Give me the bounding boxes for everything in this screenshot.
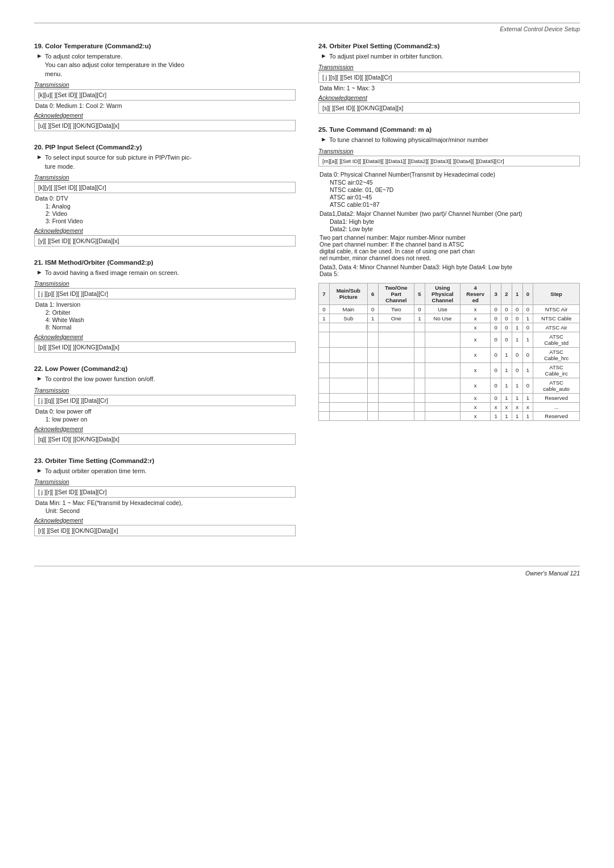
bullet-icon: ► [36, 153, 43, 171]
th-main-sub: Main/SubPicture [329, 283, 367, 304]
section-23-ack-label: Acknowledgement [34, 517, 296, 524]
section-25-bullet-text: To tune channel to following physical/ma… [329, 136, 488, 144]
section-23-title: 23. Orbiter Time Setting (Command2:r) [34, 457, 296, 464]
section-19-transmission-label: Transmission [34, 81, 296, 88]
page-footer: Owner's Manual 121 [34, 570, 580, 577]
th-7: 7 [319, 283, 330, 304]
page: External Control Device Setup 19. Color … [0, 0, 614, 868]
section-19-ack-label: Acknowledgement [34, 112, 296, 119]
th-6: 6 [367, 283, 378, 304]
section-22-ack-label: Acknowledgement [34, 425, 296, 432]
section-25-transmission-code: [m][a][ ][Set ID][ ][Data0][ ][Data1][ ]… [318, 156, 580, 166]
s25-d8: Two part channel number: Major number-Mi… [320, 234, 580, 241]
bullet-icon: ► [36, 52, 43, 78]
section-20-data-3: 3: Front Video [45, 218, 296, 224]
section-21-data-1: 2: Orbiter [45, 309, 296, 316]
section-21-bullet: ► To avoid having a fixed image remain o… [36, 269, 296, 277]
th-4: 4Reserved [460, 283, 491, 304]
section-20-transmission-label: Transmission [34, 174, 296, 181]
section-22-data-1: 1: low power on [45, 416, 296, 423]
section-21-data-3: 8: Normal [45, 324, 296, 331]
section-24-transmission-label: Transmission [318, 64, 580, 70]
th-using: UsingPhysicalChannel [425, 283, 460, 304]
s25-d0: Data 0: Physical Channel Number(Transmit… [320, 171, 580, 178]
section-22-data-0: Data 0: low power off [35, 408, 296, 415]
section-19-title: 19. Color Temperature (Command2:u) [34, 43, 296, 49]
section-24-data-0: Data Min: 1 ~ Max: 3 [320, 85, 580, 91]
section-20-data-2: 2: Video [45, 210, 296, 217]
th-2: 2 [501, 283, 512, 304]
section-22-ack-code: [q][ ][Set ID][ ][OK/NG][Data][x] [34, 433, 296, 445]
section-23-ack-code: [r][ ][Set ID][ ][OK/NG][Data][x] [34, 525, 296, 536]
th-3: 3 [491, 283, 501, 304]
footer-rule [34, 566, 580, 566]
section-21-ack-code: [p][ ][Set ID][ ][OK/NG][Data][x] [34, 341, 296, 353]
section-19-ack-code: [u][ ][Set ID][ ][OK/NG][Data][x] [34, 120, 296, 131]
section-19: 19. Color Temperature (Command2:u) ► To … [34, 43, 296, 131]
s25-d4: ATSC cable:01~87 [330, 201, 580, 208]
section-24-bullet: ► To adjust pixel number in orbiter func… [321, 52, 580, 61]
section-21-transmission-label: Transmission [34, 280, 296, 287]
th-0: 0 [522, 283, 533, 304]
th-1: 1 [512, 283, 522, 304]
section-25-title: 25. Tune Command (Command: m a) [318, 126, 580, 133]
section-22-transmission-code: [ j ][q][ ][Set ID][ ][Data][Cr] [34, 395, 296, 406]
s25-d2: NTSC cable: 01, 0E~7D [330, 186, 580, 193]
section-20-data-1: 1: Analog [45, 203, 296, 210]
th-step: Step [533, 283, 580, 304]
section-25-transmission-label: Transmission [318, 148, 580, 155]
section-25: 25. Tune Command (Command: m a) ► To tun… [318, 126, 580, 420]
s25-d6: Data1: High byte [330, 218, 580, 225]
table-row: x 0 1 1 1 Reserved [319, 393, 580, 402]
section-19-transmission-code: [k][u][ ][Set ID][ ][Data][Cr] [34, 89, 296, 101]
section-24-ack-label: Acknowledgement [318, 94, 580, 101]
section-24-title: 24. Orbiter Pixel Setting (Command2:s) [318, 43, 580, 49]
section-20-ack-label: Acknowledgement [34, 227, 296, 234]
footer-text: Owner's Manual 121 [525, 570, 580, 577]
section-22-transmission-label: Transmission [34, 387, 296, 394]
section-24-ack-code: [s][ ][Set ID][ ][OK/NG][Data][x] [318, 102, 580, 114]
section-21-transmission-code: [ j ][p][ ][Set ID][ ][Data][Cr] [34, 288, 296, 299]
table-row: x 0 1 0 1 ATSCCable_irc [319, 362, 580, 378]
s25-d7: Data2: Low byte [330, 226, 580, 232]
section-23-transmission-code: [ j ][r][ ][Set ID][ ][Data][Cr] [34, 486, 296, 498]
section-22-bullet-text: To control the low power function on/off… [45, 375, 155, 383]
section-21-title: 21. ISM Method/Orbiter (Command2:p) [34, 259, 296, 266]
section-19-data: Data 0: Medium 1: Cool 2: Warm [35, 102, 296, 109]
bullet-icon: ► [36, 467, 43, 475]
section-20-data-0: Data 0: DTV [35, 195, 296, 202]
table-row: x 1 1 1 1 Reserved [319, 411, 580, 420]
section-24-bullet-text: To adjust pixel number in orbiter functi… [329, 52, 443, 61]
table-row: x 0 1 1 0 ATSCcable_auto [319, 378, 580, 393]
section-23-bullet: ► To adjust orbiter operation time term. [36, 467, 296, 475]
section-21: 21. ISM Method/Orbiter (Command2:p) ► To… [34, 259, 296, 353]
section-21-data-2: 4: White Wash [45, 316, 296, 323]
section-24: 24. Orbiter Pixel Setting (Command2:s) ►… [318, 43, 580, 114]
table-row: 0 Main 0 Two 0 Use x 0 0 0 0 NTSC Air [319, 304, 580, 314]
section-21-data-0: Data 1: Inversion [35, 301, 296, 308]
two-col-layout: 19. Color Temperature (Command2:u) ► To … [34, 43, 580, 549]
section-20-bullet-text: To select input source for sub picture i… [45, 153, 192, 171]
page-header: External Control Device Setup [34, 26, 580, 32]
section-20-bullet: ► To select input source for sub picture… [36, 153, 296, 171]
section-23-data-1: Unit: Second [45, 507, 296, 514]
bullet-icon: ► [36, 375, 43, 383]
top-rule [34, 23, 580, 23]
s25-d9: One part channel number: If the channel … [320, 241, 580, 248]
left-column: 19. Color Temperature (Command2:u) ► To … [34, 43, 296, 549]
section-25-bullet: ► To tune channel to following physical/… [321, 136, 580, 144]
table-row: 1 Sub 1 One 1 No Use x 0 0 0 1 NTSC Cabl… [319, 314, 580, 323]
th-twoone: Two/OnePartChannel [378, 283, 414, 304]
s25-d12: Data3, Data 4: Minor Channel Number Data… [320, 264, 580, 270]
s25-d11: nel number, minor channel does not need. [320, 254, 580, 261]
section-25-data-block: Data 0: Physical Channel Number(Transmit… [318, 171, 580, 277]
section-21-bullet-text: To avoid having a fixed image remain on … [45, 269, 179, 277]
tune-table: 7 Main/SubPicture 6 Two/OnePartChannel 5… [318, 283, 580, 421]
s25-d5: Data1,Data2: Major Channel Number (two p… [320, 210, 580, 217]
s25-d10: digital cable, it can be used. In case o… [320, 248, 580, 254]
bullet-icon: ► [36, 269, 43, 277]
section-20-title: 20. PIP Input Select (Command2:y) [34, 144, 296, 151]
table-row: x 0 0 1 1 ATSCCable_std [319, 332, 580, 347]
right-column: 24. Orbiter Pixel Setting (Command2:s) ►… [318, 43, 580, 549]
bullet-icon: ► [321, 52, 327, 61]
